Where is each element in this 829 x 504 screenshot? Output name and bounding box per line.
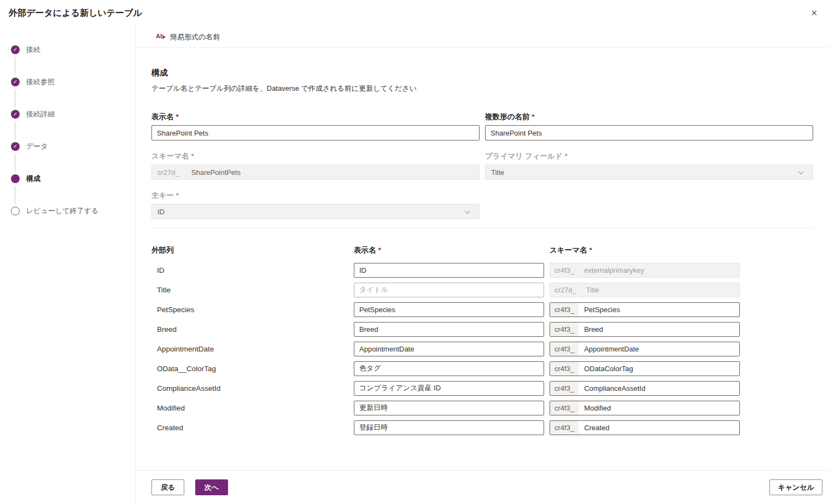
primary-key-label: 主キー* <box>151 191 480 201</box>
table-row: Title cr27d_ Title <box>151 280 814 300</box>
schema-name-value: SharePointPets <box>191 168 241 177</box>
chevron-down-icon <box>465 208 470 214</box>
schema-name-box[interactable]: cr4f3_ ODataColorTag <box>550 361 740 376</box>
schema-name-box[interactable]: cr4f3_ Breed <box>550 322 740 337</box>
table-row: Created cr4f3_ Created <box>151 418 814 437</box>
config-panel: 構成 テーブル名とテーブル列の詳細を、Dataverse で作成される前に更新し… <box>136 48 829 470</box>
check-icon: ✓ <box>13 144 17 149</box>
table-row: ComplianceAssetId cr4f3_ ComplianceAsset… <box>151 378 814 398</box>
schema-prefix: cr27d_ <box>550 283 584 297</box>
schema-name-value: PetSpecies <box>579 303 626 317</box>
step-label: データ <box>26 142 48 151</box>
primary-key-value: ID <box>157 208 165 216</box>
schema-name-box: cr27d_ SharePointPets <box>151 165 480 180</box>
schema-name-value: ComplianceAssetId <box>579 382 651 395</box>
step-indicator-icon: ✓ <box>11 45 20 54</box>
column-display-name-input[interactable] <box>354 322 544 337</box>
required-marker: * <box>565 152 568 160</box>
schema-name-value: Title <box>584 283 605 297</box>
display-name-label: 表示名* <box>151 112 480 122</box>
column-display-name-input[interactable] <box>354 263 544 278</box>
display-name-input[interactable] <box>151 125 480 140</box>
schema-name-box[interactable]: cr4f3_ Created <box>550 420 740 435</box>
step-item[interactable]: ✓ データ <box>11 142 135 172</box>
section-divider <box>151 228 814 228</box>
schema-prefix: cr27d_ <box>157 168 179 177</box>
table-row: OData__ColorTag cr4f3_ ODataColorTag <box>151 359 814 378</box>
columns-table-rows: ID cr4f3_ externalprimarykey Title <box>151 260 814 437</box>
display-name-field: 表示名* <box>151 112 480 140</box>
primary-key-dropdown: ID <box>151 204 480 219</box>
column-header-display: 表示名* <box>354 245 544 255</box>
step-connector-line <box>15 89 15 107</box>
step-item[interactable]: ✓ 構成 <box>11 174 135 204</box>
external-column-label: Breed <box>151 325 348 333</box>
step-indicator-icon: ✓ <box>11 110 20 119</box>
schema-name-field: スキーマ名* cr27d_ SharePointPets <box>151 151 480 180</box>
columns-table: 外部列 表示名* スキーマ名* ID <box>151 245 814 437</box>
step-item[interactable]: ✓ 接続参照 <box>11 77 135 107</box>
schema-name-box[interactable]: cr4f3_ ComplianceAssetId <box>550 381 740 396</box>
table-row: AppointmentDate cr4f3_ AppointmentDate <box>151 339 814 359</box>
step-label: 構成 <box>26 174 40 184</box>
command-bar: Ab 簡易形式の名前 <box>136 26 829 48</box>
table-row: Modified cr4f3_ Modified <box>151 398 814 418</box>
column-display-name-input[interactable] <box>354 302 544 317</box>
required-marker: * <box>532 113 534 121</box>
plural-name-field: 複数形の名前* <box>485 112 813 140</box>
step-indicator-icon: ✓ <box>11 207 20 215</box>
check-icon: ✓ <box>13 47 17 52</box>
step-connector-line <box>15 186 15 204</box>
step-item[interactable]: ✓ 接続詳細 <box>11 109 135 139</box>
external-column-label: ID <box>151 266 348 274</box>
dialog-title: 外部データによる新しいテーブル <box>9 8 142 19</box>
step-connector-line <box>15 57 15 75</box>
step-connector-line <box>15 121 15 139</box>
primary-field-label: プライマリ フィールド* <box>485 151 813 161</box>
plural-name-input[interactable] <box>485 125 813 140</box>
step-item[interactable]: ✓ 接続 <box>11 45 135 75</box>
schema-name-value: Created <box>579 421 615 435</box>
primary-field-value: Title <box>491 168 504 177</box>
column-display-name-input[interactable] <box>354 420 544 435</box>
schema-prefix: cr4f3_ <box>550 303 579 317</box>
chevron-down-icon <box>798 169 804 174</box>
external-column-label: AppointmentDate <box>151 345 348 353</box>
schema-prefix: cr4f3_ <box>550 382 579 395</box>
required-marker: * <box>589 246 592 254</box>
required-marker: * <box>176 113 179 121</box>
check-icon: ✓ <box>13 112 17 117</box>
schema-name-value: externalprimarykey <box>582 263 650 277</box>
column-display-name-input[interactable] <box>354 401 544 415</box>
schema-name-box: cr27d_ Title <box>550 283 740 297</box>
external-column-label: OData__ColorTag <box>151 365 348 373</box>
required-marker: * <box>378 246 381 254</box>
column-display-name-input[interactable] <box>354 342 544 356</box>
next-button[interactable]: 次へ <box>195 479 228 495</box>
step-label: 接続参照 <box>26 77 55 87</box>
schema-name-label: スキーマ名* <box>151 151 480 161</box>
schema-name-box[interactable]: cr4f3_ AppointmentDate <box>550 342 740 356</box>
close-button[interactable]: ✕ <box>805 4 824 22</box>
schema-prefix: cr4f3_ <box>550 401 579 415</box>
step-item[interactable]: ✓ レビューして終了する <box>11 206 135 216</box>
dialog-body: ✓ 接続 ✓ 接続参照 <box>0 26 829 504</box>
required-marker: * <box>191 152 194 160</box>
schema-prefix: cr4f3_ <box>550 263 582 277</box>
column-display-name-input[interactable] <box>354 361 544 376</box>
schema-name-box[interactable]: cr4f3_ Modified <box>550 401 740 415</box>
schema-prefix: cr4f3_ <box>550 323 579 336</box>
column-display-name-input[interactable] <box>354 381 544 396</box>
cancel-button[interactable]: キャンセル <box>769 479 822 495</box>
simplified-name-label: 簡易形式の名前 <box>170 32 220 42</box>
back-button[interactable]: 戻る <box>151 479 184 495</box>
simplified-name-button[interactable]: Ab 簡易形式の名前 <box>151 28 224 46</box>
schema-name-box[interactable]: cr4f3_ PetSpecies <box>550 302 740 317</box>
wizard-stepper: ✓ 接続 ✓ 接続参照 <box>0 26 136 504</box>
schema-name-value: AppointmentDate <box>579 342 644 356</box>
plural-name-label: 複数形の名前* <box>485 112 813 122</box>
schema-name-value: Breed <box>579 323 609 336</box>
external-column-label: ComplianceAssetId <box>151 384 348 392</box>
dialog-header: 外部データによる新しいテーブル ✕ <box>0 0 829 26</box>
external-column-label: PetSpecies <box>151 306 348 314</box>
